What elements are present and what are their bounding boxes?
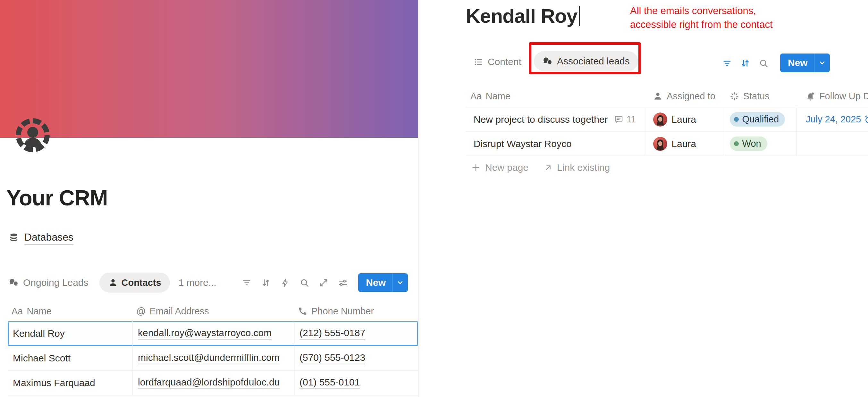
databases-link-label: Databases [24, 231, 73, 245]
sort-icon[interactable] [261, 278, 271, 288]
person-icon [108, 278, 118, 288]
notion-crm-window: Your CRM Databases Ongoing Lead [0, 0, 868, 397]
bell-icon [805, 91, 815, 101]
contacts-table-header: Aa Name @ Email Address Phone Number [8, 301, 418, 321]
contact-name[interactable]: Maximus Farquaad [13, 377, 95, 388]
column-header-assigned-to[interactable]: Assigned to [646, 91, 723, 102]
more-views-link[interactable]: 1 more... [179, 277, 216, 288]
new-button[interactable]: New [780, 54, 830, 72]
new-button[interactable]: New [358, 273, 408, 292]
tab-associated-leads[interactable]: Associated leads [534, 51, 638, 71]
leads-table-header: Aa Name Assigned to Status [466, 85, 868, 107]
contacts-table: Aa Name @ Email Address Phone Number Ken… [8, 301, 418, 395]
text-cursor [579, 6, 580, 26]
phone-icon [298, 306, 308, 316]
table-row-maximus-farquaad[interactable]: Maximus Farquaad lordfarquaad@lordshipof… [8, 371, 418, 395]
tab-content-label: Content [488, 56, 521, 67]
expand-icon[interactable] [319, 278, 329, 288]
contact-phone[interactable]: (212) 555-0187 [300, 328, 365, 340]
table-row-michael-scott[interactable]: Michael Scott michael.scott@dundermiffli… [8, 346, 418, 371]
filter-icon[interactable] [242, 278, 252, 288]
view-toolbar: New [242, 273, 408, 292]
lead-row-disrupt-waystar[interactable]: Disrupt Waystar Royco Laura Won [466, 132, 868, 156]
contact-name[interactable]: Michael Scott [13, 353, 70, 364]
lead-row-new-project[interactable]: New project to discuss together 11 Laura [466, 107, 868, 132]
tab-associated-leads-label: Associated leads [557, 56, 630, 67]
new-button-dropdown[interactable] [393, 278, 408, 287]
new-page-button[interactable]: New page [471, 162, 528, 173]
contact-email[interactable]: kendall.roy@waystarroyco.com [138, 328, 272, 340]
page-cover-image[interactable] [0, 0, 418, 138]
page-title[interactable]: Your CRM [6, 185, 108, 210]
view-tab-contacts[interactable]: Contacts [99, 273, 170, 293]
main-page-panel: Your CRM Databases Ongoing Lead [0, 0, 418, 397]
text-type-icon: Aa [11, 306, 23, 317]
lightning-icon[interactable] [280, 278, 290, 288]
status-dot [734, 117, 739, 122]
plus-icon [471, 163, 480, 172]
assigned-person[interactable]: Laura [672, 138, 696, 149]
linked-db-toolbar: New [722, 55, 830, 72]
table-row-kendall-roy[interactable]: Kendall Roy kendall.roy@waystarroyco.com… [8, 321, 418, 346]
contact-page-title[interactable]: Kendall Roy [466, 4, 577, 27]
chevron-down-icon [818, 59, 826, 67]
view-tab-label: Contacts [122, 277, 161, 288]
database-view-bar: Ongoing Leads Contacts 1 more... [8, 272, 408, 293]
status-spinner-icon [730, 91, 739, 101]
arrow-up-right-icon [544, 163, 553, 172]
column-header-name[interactable]: Aa Name [466, 91, 646, 102]
search-icon[interactable] [300, 278, 309, 288]
chat-bubbles-icon [542, 56, 553, 67]
comment-icon [614, 114, 624, 124]
bulleted-list-icon [474, 57, 484, 67]
status-dot [734, 141, 739, 146]
sort-icon[interactable] [740, 58, 750, 68]
column-header-status[interactable]: Status [724, 91, 797, 102]
avatar [653, 112, 667, 127]
view-tab-label: Ongoing Leads [23, 277, 89, 288]
assigned-person[interactable]: Laura [672, 114, 696, 125]
lead-name[interactable]: New project to discuss together [474, 114, 608, 125]
contact-phone[interactable]: (01) 555-0101 [300, 377, 360, 389]
new-button-dropdown[interactable] [814, 59, 830, 67]
new-button-label: New [780, 57, 814, 68]
database-icon [8, 233, 19, 243]
contact-phone[interactable]: (570) 555-0123 [300, 352, 365, 364]
reminder-clock-icon [864, 115, 868, 124]
column-header-name[interactable]: Aa Name [8, 306, 132, 317]
status-badge[interactable]: Qualified [730, 112, 785, 127]
contact-peek-panel: Kendall Roy All the emails conversations… [418, 0, 868, 397]
contact-email[interactable]: lordfarquaad@lordshipofduloc.du [138, 377, 280, 389]
lead-name[interactable]: Disrupt Waystar Royco [474, 138, 572, 149]
associated-leads-table: Aa Name Assigned to Status [466, 85, 868, 179]
person-icon [653, 91, 663, 101]
contact-name[interactable]: Kendall Roy [13, 328, 65, 339]
new-button-label: New [358, 277, 392, 288]
settings-sliders-icon[interactable] [338, 278, 348, 288]
filter-icon[interactable] [722, 58, 732, 68]
annotation-text: All the emails conversations, accessible… [630, 4, 773, 31]
chevron-down-icon [396, 278, 404, 287]
avatar [653, 137, 667, 151]
page-contact-badge-icon[interactable] [13, 116, 52, 155]
comment-count[interactable]: 11 [614, 114, 636, 125]
column-header-phone[interactable]: Phone Number [294, 306, 418, 317]
tab-content[interactable]: Content [474, 54, 521, 70]
column-header-email[interactable]: @ Email Address [132, 306, 294, 317]
search-icon[interactable] [759, 58, 769, 68]
chat-bubbles-icon [8, 277, 19, 288]
status-badge[interactable]: Won [730, 136, 767, 151]
text-type-icon: Aa [470, 91, 482, 102]
databases-link[interactable]: Databases [8, 231, 73, 245]
view-tab-ongoing-leads[interactable]: Ongoing Leads [8, 277, 89, 288]
at-icon: @ [136, 306, 146, 317]
column-header-follow-up-date[interactable]: Follow Up Date [797, 91, 868, 102]
leads-table-footer: New page Link existing [466, 156, 868, 179]
follow-up-date[interactable]: July 24, 2025 [806, 114, 868, 125]
link-existing-button[interactable]: Link existing [544, 162, 610, 173]
contact-email[interactable]: michael.scott@dundermifflin.com [138, 352, 280, 364]
